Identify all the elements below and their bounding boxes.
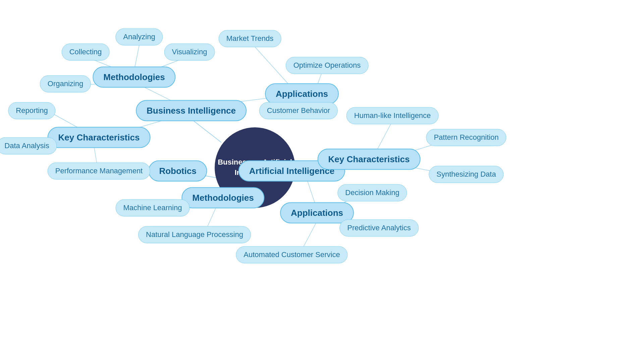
human-like-intelligence-node: Human-like Intelligence	[346, 107, 439, 124]
svg-line-24	[302, 221, 317, 250]
svg-line-17	[307, 179, 315, 204]
market-trends-node: Market Trends	[219, 30, 281, 47]
data-analysis-node: Data Analysis	[0, 137, 57, 155]
ai-key-characteristics-node: Key Characteristics	[318, 149, 421, 170]
organizing-node: Organizing	[40, 75, 91, 93]
ai-methodologies-node: Methodologies	[181, 187, 264, 208]
decision-making-node: Decision Making	[337, 184, 407, 201]
optimize-operations-node: Optimize Operations	[286, 57, 369, 74]
performance-management-node: Performance Management	[48, 163, 150, 180]
svg-line-19	[376, 124, 391, 153]
pattern-recognition-node: Pattern Recognition	[426, 129, 506, 146]
robotics-node: Robotics	[148, 161, 207, 182]
machine-learning-node: Machine Learning	[116, 199, 190, 217]
bi-key-characteristics-node: Key Characteristics	[48, 127, 151, 148]
analyzing-node: Analyzing	[115, 28, 163, 46]
synthesizing-data-node: Synthesizing Data	[429, 166, 503, 183]
reporting-node: Reporting	[8, 102, 55, 119]
automated-cs-node: Automated Customer Service	[236, 246, 347, 263]
customer-behavior-node: Customer Behavior	[259, 102, 338, 119]
predictive-analytics-node: Predictive Analytics	[339, 220, 419, 237]
bi-applications-node: Applications	[265, 83, 339, 105]
visualizing-node: Visualizing	[164, 44, 215, 61]
collecting-node: Collecting	[62, 44, 110, 61]
nlp-node: Natural Language Processing	[138, 226, 251, 243]
bi-methodologies-node: Methodologies	[93, 67, 175, 88]
business-intelligence-node: Business Intelligence	[136, 100, 247, 121]
